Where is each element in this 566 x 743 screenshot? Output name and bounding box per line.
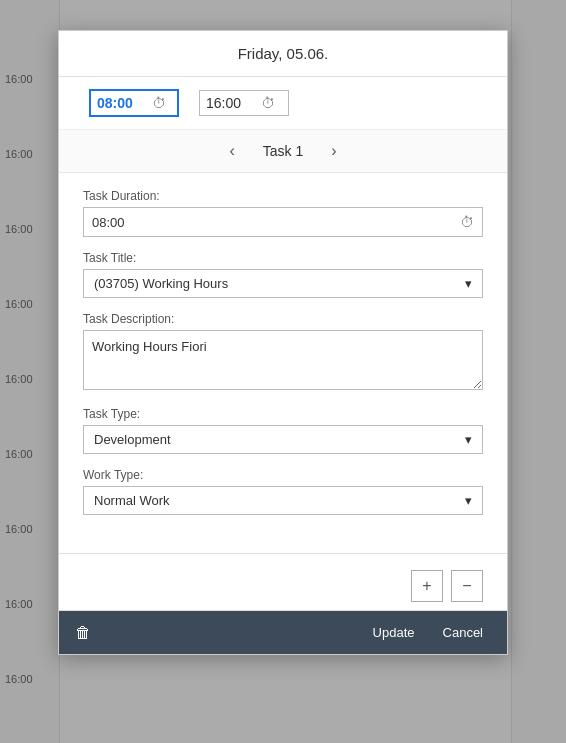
task-type-group: Task Type: Development ▾ xyxy=(83,407,483,454)
delete-icon[interactable]: 🗑 xyxy=(75,624,91,642)
start-clock-icon[interactable]: ⏱ xyxy=(152,95,166,111)
update-button[interactable]: Update xyxy=(365,621,423,644)
task-description-group: Task Description: Working Hours Fiori xyxy=(83,312,483,393)
work-type-group: Work Type: Normal Work ▾ xyxy=(83,468,483,515)
task-description-textarea[interactable]: Working Hours Fiori xyxy=(83,330,483,390)
task-duration-input[interactable] xyxy=(92,215,460,230)
work-type-label: Work Type: xyxy=(83,468,483,482)
task-title-group: Task Title: (03705) Working Hours ▾ xyxy=(83,251,483,298)
task-duration-group: Task Duration: ⏱ xyxy=(83,189,483,237)
duration-clock-icon[interactable]: ⏱ xyxy=(460,214,474,230)
task-title-label: Task Title: xyxy=(83,251,483,265)
start-time-box[interactable]: ⏱ xyxy=(89,89,179,117)
task-title-value: (03705) Working Hours xyxy=(94,276,228,291)
modal-dialog: Friday, 05.06. ⏱ ⏱ ‹ Task 1 › Task Durat… xyxy=(58,30,508,655)
start-time-input[interactable] xyxy=(97,95,152,111)
work-type-dropdown[interactable]: Normal Work ▾ xyxy=(83,486,483,515)
modal-body: Task Duration: ⏱ Task Title: (03705) Wor… xyxy=(59,173,507,545)
task-duration-input-box[interactable]: ⏱ xyxy=(83,207,483,237)
task-type-chevron-icon: ▾ xyxy=(465,432,472,447)
task-title-chevron-icon: ▾ xyxy=(465,276,472,291)
time-row: ⏱ ⏱ xyxy=(59,77,507,130)
add-remove-row: + − xyxy=(59,562,507,610)
cancel-button[interactable]: Cancel xyxy=(435,621,491,644)
task-title-dropdown[interactable]: (03705) Working Hours ▾ xyxy=(83,269,483,298)
task-type-label: Task Type: xyxy=(83,407,483,421)
task-type-dropdown[interactable]: Development ▾ xyxy=(83,425,483,454)
remove-task-button[interactable]: − xyxy=(451,570,483,602)
task-nav-label: Task 1 xyxy=(263,143,303,159)
end-time-box[interactable]: ⏱ xyxy=(199,90,289,116)
task-duration-label: Task Duration: xyxy=(83,189,483,203)
modal-footer: 🗑 Update Cancel xyxy=(59,611,507,654)
work-type-chevron-icon: ▾ xyxy=(465,493,472,508)
divider-1 xyxy=(59,553,507,554)
task-type-value: Development xyxy=(94,432,171,447)
end-clock-icon[interactable]: ⏱ xyxy=(261,95,275,111)
add-task-button[interactable]: + xyxy=(411,570,443,602)
modal-header: Friday, 05.06. xyxy=(59,31,507,77)
prev-task-button[interactable]: ‹ xyxy=(221,140,242,162)
task-navigation: ‹ Task 1 › xyxy=(59,130,507,173)
work-type-value: Normal Work xyxy=(94,493,170,508)
task-description-label: Task Description: xyxy=(83,312,483,326)
modal-title: Friday, 05.06. xyxy=(238,45,329,62)
end-time-input[interactable] xyxy=(206,95,261,111)
next-task-button[interactable]: › xyxy=(323,140,344,162)
